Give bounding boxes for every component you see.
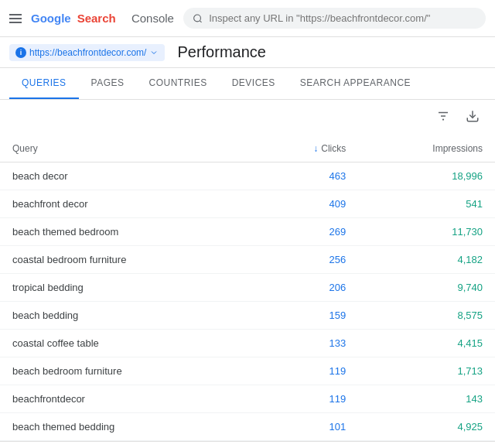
hamburger-menu[interactable] <box>9 14 22 23</box>
search-icon <box>193 13 203 24</box>
logo-console: Console <box>131 12 174 25</box>
cell-clicks: 206 <box>254 274 358 302</box>
cell-clicks: 463 <box>254 162 358 190</box>
table-row: beach bedding 159 8,575 <box>0 302 495 330</box>
cell-query: beach themed bedding <box>0 413 254 441</box>
sort-down-icon: ↓ <box>313 143 318 154</box>
tabs-bar: QUERIES PAGES COUNTRIES DEVICES SEARCH A… <box>0 68 495 100</box>
cell-query: beach themed bedroom <box>0 218 254 246</box>
cell-clicks: 409 <box>254 190 358 218</box>
cell-query: beachfront decor <box>0 190 254 218</box>
cell-clicks: 269 <box>254 218 358 246</box>
column-header-impressions[interactable]: Impressions <box>358 135 495 162</box>
cell-query: beachfrontdecor <box>0 385 254 413</box>
table-row: beach bedroom furniture 119 1,713 <box>0 357 495 385</box>
cell-clicks: 256 <box>254 246 358 274</box>
cell-clicks: 119 <box>254 357 358 385</box>
filter-icon[interactable] <box>433 106 453 129</box>
table-row: beach themed bedroom 269 11,730 <box>0 218 495 246</box>
subheader: i https://beachfrontdecor.com/ Performan… <box>0 37 495 68</box>
tab-countries[interactable]: COUNTRIES <box>136 68 219 99</box>
cell-clicks: 159 <box>254 302 358 330</box>
table-row: coastal coffee table 133 4,415 <box>0 330 495 357</box>
cell-impressions: 18,996 <box>358 162 495 190</box>
table-footer: Rows per page: 10 1-10 of 1000 ‹ › <box>0 441 495 448</box>
app-header: GoogleSearch Console <box>0 0 495 37</box>
info-icon: i <box>15 47 26 58</box>
url-inspect-searchbar[interactable] <box>183 8 486 29</box>
cell-impressions: 8,575 <box>358 302 495 330</box>
logo-google: Google <box>31 12 71 25</box>
logo-search: Search <box>77 12 116 25</box>
table-row: beachfrontdecor 119 143 <box>0 385 495 413</box>
table-row: coastal bedroom furniture 256 4,182 <box>0 246 495 274</box>
tab-search-appearance[interactable]: SEARCH APPEARANCE <box>288 68 423 99</box>
url-label: https://beachfrontdecor.com/ <box>29 47 146 58</box>
cell-query: beach bedding <box>0 302 254 330</box>
cell-impressions: 4,182 <box>358 246 495 274</box>
tab-pages[interactable]: PAGES <box>79 68 137 99</box>
table-toolbar <box>0 100 495 135</box>
cell-query: tropical bedding <box>0 274 254 302</box>
column-header-clicks[interactable]: ↓Clicks <box>254 135 358 162</box>
cell-clicks: 119 <box>254 385 358 413</box>
column-header-query[interactable]: Query <box>0 135 254 162</box>
table-row: tropical bedding 206 9,740 <box>0 274 495 302</box>
cell-impressions: 11,730 <box>358 218 495 246</box>
tab-devices[interactable]: DEVICES <box>220 68 288 99</box>
table-row: beach themed bedding 101 4,925 <box>0 413 495 441</box>
tab-queries[interactable]: QUERIES <box>9 68 79 99</box>
app-logo: GoogleSearch Console <box>31 12 174 25</box>
cell-impressions: 9,740 <box>358 274 495 302</box>
cell-query: coastal coffee table <box>0 330 254 357</box>
svg-point-0 <box>194 15 201 22</box>
cell-impressions: 541 <box>358 190 495 218</box>
url-selector[interactable]: i https://beachfrontdecor.com/ <box>9 44 165 61</box>
cell-clicks: 101 <box>254 413 358 441</box>
table-header-row: Query ↓Clicks Impressions <box>0 135 495 162</box>
cell-impressions: 4,415 <box>358 330 495 357</box>
cell-query: coastal bedroom furniture <box>0 246 254 274</box>
download-icon[interactable] <box>463 106 483 129</box>
data-table: Query ↓Clicks Impressions beach decor 46… <box>0 135 495 441</box>
svg-line-1 <box>200 20 201 22</box>
cell-impressions: 1,713 <box>358 357 495 385</box>
cell-query: beach bedroom furniture <box>0 357 254 385</box>
cell-impressions: 143 <box>358 385 495 413</box>
chevron-down-icon <box>149 48 159 57</box>
table-row: beachfront decor 409 541 <box>0 190 495 218</box>
table-row: beach decor 463 18,996 <box>0 162 495 190</box>
cell-impressions: 4,925 <box>358 413 495 441</box>
cell-query: beach decor <box>0 162 254 190</box>
url-inspect-input[interactable] <box>209 12 476 24</box>
page-title: Performance <box>177 43 266 61</box>
cell-clicks: 133 <box>254 330 358 357</box>
